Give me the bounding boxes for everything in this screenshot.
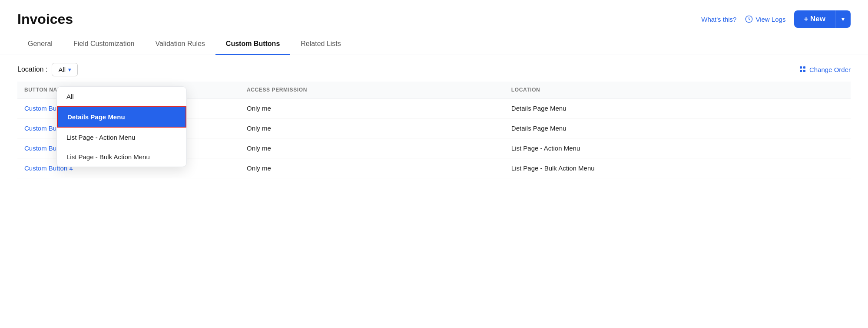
dropdown-item-list-page-action-menu[interactable]: List Page - Action Menu xyxy=(57,128,186,147)
dropdown-item-list-page-bulk-action-menu[interactable]: List Page - Bulk Action Menu xyxy=(57,147,186,167)
view-logs-button[interactable]: View Logs xyxy=(745,15,785,23)
grid-icon xyxy=(800,66,806,72)
whats-this-link[interactable]: What's this? xyxy=(701,16,736,23)
change-order-button[interactable]: Change Order xyxy=(800,66,851,73)
new-button[interactable]: + New xyxy=(794,10,835,28)
access-permission-2: Only me xyxy=(240,118,504,138)
location-value: All xyxy=(58,66,66,73)
location-select-button[interactable]: All ▾ xyxy=(52,63,78,76)
tabs-bar: General Field Customization Validation R… xyxy=(0,35,868,55)
location-group: Location : All ▾ All Details Page Menu L… xyxy=(17,63,78,76)
page-title: Invoices xyxy=(17,11,73,27)
clock-icon xyxy=(745,15,753,23)
tab-field-customization[interactable]: Field Customization xyxy=(63,35,145,55)
tab-general[interactable]: General xyxy=(17,35,63,55)
dropdown-menu: All Details Page Menu List Page - Action… xyxy=(56,86,187,167)
toolbar: Location : All ▾ All Details Page Menu L… xyxy=(0,55,868,82)
access-permission-3: Only me xyxy=(240,138,504,158)
new-button-group: + New ▾ xyxy=(794,10,851,28)
new-button-dropdown-arrow[interactable]: ▾ xyxy=(835,10,851,28)
col-location: Location xyxy=(504,82,851,98)
dropdown-arrow-icon: ▾ xyxy=(841,16,845,23)
access-permission-1: Only me xyxy=(240,98,504,118)
col-access-permission: Access Permission xyxy=(240,82,504,98)
location-1: Details Page Menu xyxy=(504,98,851,118)
view-logs-label: View Logs xyxy=(755,16,785,23)
location-2: Details Page Menu xyxy=(504,118,851,138)
location-4: List Page - Bulk Action Menu xyxy=(504,158,851,178)
chevron-down-icon: ▾ xyxy=(68,66,71,73)
location-3: List Page - Action Menu xyxy=(504,138,851,158)
location-label: Location : xyxy=(17,66,47,73)
tab-related-lists[interactable]: Related Lists xyxy=(290,35,351,55)
dropdown-item-all[interactable]: All xyxy=(57,87,186,106)
location-dropdown: All Details Page Menu List Page - Action… xyxy=(56,86,187,167)
tab-validation-rules[interactable]: Validation Rules xyxy=(145,35,215,55)
dropdown-item-details-page-menu[interactable]: Details Page Menu xyxy=(57,106,186,128)
header-actions: What's this? View Logs + New ▾ xyxy=(701,10,851,28)
page-header: Invoices What's this? View Logs + New ▾ xyxy=(0,0,868,35)
tab-custom-buttons[interactable]: Custom Buttons xyxy=(215,35,290,55)
access-permission-4: Only me xyxy=(240,158,504,178)
change-order-label: Change Order xyxy=(809,66,851,73)
